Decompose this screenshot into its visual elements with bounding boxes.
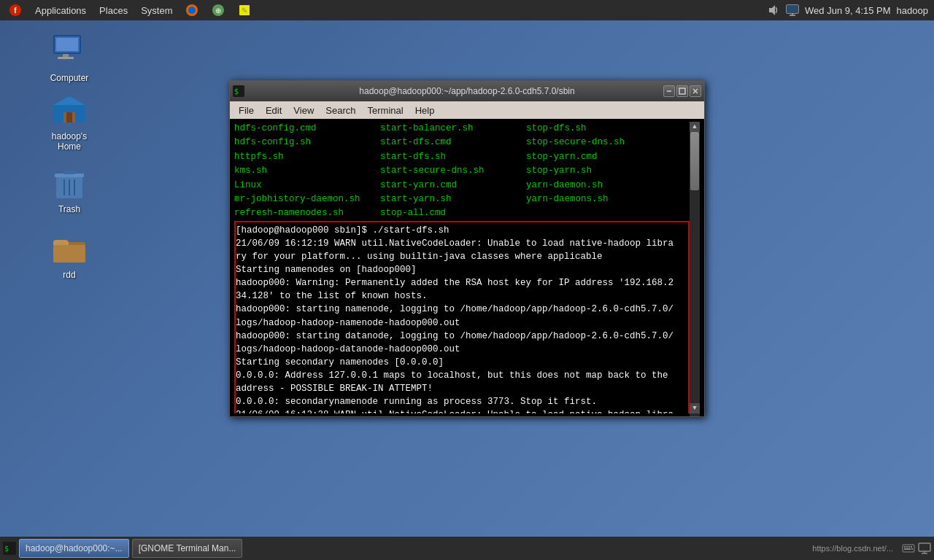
terminal-minimize-btn[interactable]: [663, 85, 675, 97]
terminal-close-btn[interactable]: [690, 85, 701, 97]
panel-firefox-icon[interactable]: [180, 2, 204, 18]
trash-icon-label: Trash: [43, 204, 96, 214]
terminal-scrollbar[interactable]: ▲ ▼: [690, 122, 700, 413]
bottom-panel: $ hadoop@hadoop000:~... [GNOME Terminal …: [0, 537, 934, 560]
system-label: System: [141, 5, 172, 16]
taskbar-keyboard-icon[interactable]: [902, 542, 915, 555]
svg-rect-10: [787, 5, 798, 13]
rdd-icon-label: rdd: [43, 270, 96, 280]
file-item: stop-yarn.cmd: [526, 150, 643, 164]
scrollbar-thumb[interactable]: [690, 132, 699, 190]
desktop-icon-home[interactable]: hadoop's Home: [40, 88, 99, 155]
file-item: start-secure-dns.sh: [380, 164, 526, 178]
file-item: hdfs-config.cmd: [234, 122, 380, 136]
svg-rect-24: [63, 171, 75, 174]
desktop: f Applications Places System: [0, 0, 934, 560]
file-item: yarn-daemon.sh: [526, 179, 643, 192]
menu-help[interactable]: Help: [409, 104, 441, 117]
file-item: start-yarn.cmd: [380, 179, 526, 192]
home-icon: [50, 90, 88, 128]
firefox-icon: [185, 4, 198, 17]
file-item: start-dfs.sh: [380, 150, 526, 164]
svg-rect-42: [911, 546, 912, 548]
terminal-title-text: hadoop@hadoop000:~/app/hadoop-2.6.0-cdh5…: [359, 86, 574, 96]
file-item: stop-secure-dns.sh: [526, 136, 643, 149]
output-line-10: 21/06/09 16:12:38 WARN util.NativeCodeLo…: [236, 408, 688, 413]
menu-file[interactable]: File: [233, 104, 260, 117]
desktop-icon-trash[interactable]: Trash: [40, 160, 99, 217]
taskbar-url-text: https://blog.csdn.net/...: [812, 544, 893, 553]
svg-rect-29: [53, 245, 85, 262]
trash-icon: [50, 163, 88, 201]
taskbar-item-terminal[interactable]: hadoop@hadoop000:~...: [19, 539, 129, 558]
panel-left: f Applications Places System: [0, 2, 257, 18]
taskbar-item-gnome[interactable]: [GNOME Terminal Man...: [132, 539, 243, 558]
svg-text:⊕: ⊕: [215, 7, 221, 15]
menu-edit[interactable]: Edit: [260, 104, 287, 117]
trash-icon-img: [50, 163, 88, 201]
output-line-1: [hadoop@hadoop000 sbin]$ ./start-dfs.sh: [236, 224, 688, 237]
desktop-icon-rdd[interactable]: rdd: [40, 226, 99, 283]
svg-point-3: [188, 7, 196, 14]
home-icon-img: [50, 90, 88, 128]
terminal-body[interactable]: hdfs-config.cmd start-balancer.sh stop-d…: [230, 119, 704, 416]
svg-rect-44: [911, 548, 913, 550]
computer-icon-label: Computer: [43, 73, 96, 83]
file-item: kms.sh: [234, 164, 380, 178]
note-icon: ✎: [238, 4, 251, 17]
terminal-titlebar: $ hadoop@hadoop000:~/app/hadoop-2.6.0-cd…: [230, 81, 704, 101]
taskbar-terminal-small-icon: $: [3, 542, 16, 555]
taskbar-item-gnome-label: [GNOME Terminal Man...: [139, 543, 236, 553]
file-item: start-balancer.sh: [380, 122, 526, 136]
panel-right: Wed Jun 9, 4:15 PM hadoop: [767, 4, 934, 17]
desktop-icon-computer[interactable]: Computer: [40, 29, 99, 86]
panel-applications-menu[interactable]: Applications: [29, 4, 92, 18]
output-line-5: hadoop000: starting namenode, logging to…: [236, 303, 688, 329]
taskbar-display-icon[interactable]: [918, 542, 931, 555]
file-item: httpfs.sh: [234, 150, 380, 164]
output-line-9: 0.0.0.0: secondarynamenode running as pr…: [236, 395, 688, 408]
scrollbar-down-arrow[interactable]: ▼: [690, 403, 700, 413]
terminal-output-section: [hadoop@hadoop000 sbin]$ ./start-dfs.sh …: [234, 221, 690, 413]
display-icon[interactable]: [786, 4, 799, 17]
svg-rect-40: [906, 546, 908, 548]
file-item: hdfs-config.sh: [234, 136, 380, 149]
scrollbar-up-arrow[interactable]: ▲: [690, 122, 700, 132]
menu-view[interactable]: View: [287, 104, 320, 117]
svg-rect-45: [919, 543, 930, 551]
terminal-menubar: File Edit View Search Terminal Help: [230, 101, 704, 119]
file-item: start-dfs.cmd: [380, 136, 526, 149]
terminal-maximize-btn[interactable]: [676, 85, 688, 97]
file-listing: hdfs-config.cmd start-balancer.sh stop-d…: [234, 122, 690, 221]
rdd-icon-img: [50, 229, 88, 267]
computer-icon-img: [50, 32, 88, 70]
svg-rect-17: [56, 38, 78, 51]
panel-datetime: Wed Jun 9, 4:15 PM: [805, 5, 891, 16]
svg-rect-33: [679, 88, 685, 94]
top-panel: f Applications Places System: [0, 0, 934, 20]
svg-rect-15: [63, 54, 69, 57]
panel-icon2[interactable]: ⊕: [206, 2, 231, 18]
panel-note-icon[interactable]: ✎: [232, 2, 257, 18]
panel-places-menu[interactable]: Places: [93, 4, 134, 18]
terminal-window: $ hadoop@hadoop000:~/app/hadoop-2.6.0-cd…: [229, 80, 705, 417]
file-item: mr-jobhistory-daemon.sh: [234, 192, 380, 206]
svg-rect-16: [58, 57, 74, 59]
terminal-content: hdfs-config.cmd start-balancer.sh stop-d…: [234, 122, 690, 413]
terminal-icon: $: [233, 85, 244, 97]
scrollbar-track[interactable]: [690, 132, 700, 416]
output-line-7: Starting secondary namenodes [0.0.0.0]: [236, 356, 688, 369]
output-line-3: Starting namenodes on [hadoop000]: [236, 263, 688, 276]
menu-search[interactable]: Search: [320, 104, 361, 117]
svg-text:$: $: [4, 545, 9, 553]
output-line-8: 0.0.0.0: Address 127.0.0.1 maps to local…: [236, 369, 688, 395]
menu-terminal[interactable]: Terminal: [362, 104, 409, 117]
file-item: Linux: [234, 179, 380, 192]
output-line-2: 21/06/09 16:12:19 WARN util.NativeCodeLo…: [236, 237, 688, 263]
home-icon-label: hadoop's Home: [43, 131, 96, 152]
svg-rect-21: [66, 112, 72, 122]
panel-system-menu[interactable]: System: [135, 4, 178, 18]
file-item: stop-dfs.sh: [526, 122, 643, 136]
file-item: stop-all.cmd: [380, 206, 526, 220]
speaker-icon[interactable]: [767, 4, 780, 17]
